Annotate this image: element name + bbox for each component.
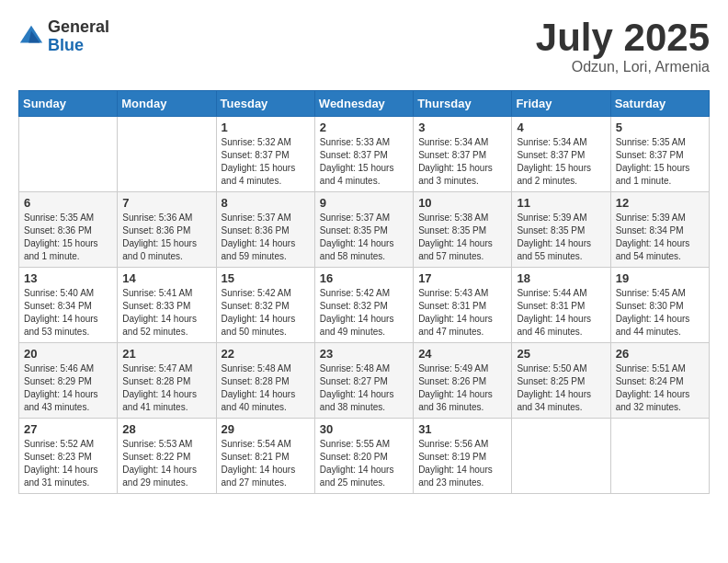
calendar-cell bbox=[610, 419, 709, 494]
day-info: Sunrise: 5:44 AMSunset: 8:31 PMDaylight:… bbox=[517, 287, 605, 339]
calendar-cell: 3Sunrise: 5:34 AMSunset: 8:37 PMDaylight… bbox=[414, 117, 512, 192]
day-number: 22 bbox=[222, 347, 310, 361]
week-row-4: 20Sunrise: 5:46 AMSunset: 8:29 PMDayligh… bbox=[19, 343, 710, 419]
day-info: Sunrise: 5:49 AMSunset: 8:26 PMDaylight:… bbox=[418, 362, 506, 414]
day-info: Sunrise: 5:56 AMSunset: 8:19 PMDaylight:… bbox=[418, 438, 506, 489]
calendar-cell: 18Sunrise: 5:44 AMSunset: 8:31 PMDayligh… bbox=[512, 268, 610, 343]
calendar-cell: 6Sunrise: 5:35 AMSunset: 8:36 PMDaylight… bbox=[19, 192, 118, 268]
calendar-cell: 2Sunrise: 5:33 AMSunset: 8:37 PMDaylight… bbox=[314, 117, 413, 192]
page-header: General Blue July 2025 Odzun, Lori, Arme… bbox=[18, 18, 710, 75]
calendar-cell: 23Sunrise: 5:48 AMSunset: 8:27 PMDayligh… bbox=[314, 343, 413, 419]
day-info: Sunrise: 5:54 AMSunset: 8:21 PMDaylight:… bbox=[222, 438, 310, 489]
calendar-cell: 16Sunrise: 5:42 AMSunset: 8:32 PMDayligh… bbox=[314, 268, 413, 343]
weekday-header-wednesday: Wednesday bbox=[314, 91, 413, 117]
day-info: Sunrise: 5:47 AMSunset: 8:28 PMDaylight:… bbox=[122, 362, 210, 414]
calendar-cell: 25Sunrise: 5:50 AMSunset: 8:25 PMDayligh… bbox=[512, 343, 610, 419]
weekday-header-friday: Friday bbox=[512, 91, 610, 117]
calendar-cell: 15Sunrise: 5:42 AMSunset: 8:32 PMDayligh… bbox=[216, 268, 314, 343]
day-number: 30 bbox=[320, 422, 408, 436]
calendar-cell bbox=[512, 419, 610, 494]
day-number: 8 bbox=[222, 196, 310, 210]
day-info: Sunrise: 5:39 AMSunset: 8:35 PMDaylight:… bbox=[517, 212, 605, 263]
calendar-cell: 27Sunrise: 5:52 AMSunset: 8:23 PMDayligh… bbox=[19, 419, 118, 494]
day-info: Sunrise: 5:36 AMSunset: 8:36 PMDaylight:… bbox=[122, 212, 210, 263]
calendar-cell: 12Sunrise: 5:39 AMSunset: 8:34 PMDayligh… bbox=[610, 192, 709, 268]
day-number: 15 bbox=[222, 271, 310, 285]
calendar-cell: 22Sunrise: 5:48 AMSunset: 8:28 PMDayligh… bbox=[216, 343, 314, 419]
day-number: 24 bbox=[418, 347, 506, 361]
day-number: 25 bbox=[517, 347, 605, 361]
calendar-cell: 24Sunrise: 5:49 AMSunset: 8:26 PMDayligh… bbox=[414, 343, 512, 419]
logo-icon bbox=[18, 24, 44, 50]
calendar-cell: 8Sunrise: 5:37 AMSunset: 8:36 PMDaylight… bbox=[216, 192, 314, 268]
day-info: Sunrise: 5:55 AMSunset: 8:20 PMDaylight:… bbox=[320, 438, 408, 489]
calendar-cell: 10Sunrise: 5:38 AMSunset: 8:35 PMDayligh… bbox=[414, 192, 512, 268]
calendar-cell bbox=[118, 117, 216, 192]
day-number: 23 bbox=[320, 347, 408, 361]
calendar-cell: 21Sunrise: 5:47 AMSunset: 8:28 PMDayligh… bbox=[118, 343, 216, 419]
day-info: Sunrise: 5:53 AMSunset: 8:22 PMDaylight:… bbox=[122, 438, 210, 489]
day-number: 3 bbox=[418, 121, 506, 134]
day-number: 4 bbox=[517, 121, 605, 134]
calendar-cell: 11Sunrise: 5:39 AMSunset: 8:35 PMDayligh… bbox=[512, 192, 610, 268]
day-info: Sunrise: 5:32 AMSunset: 8:37 PMDaylight:… bbox=[222, 136, 310, 188]
day-number: 27 bbox=[24, 422, 112, 436]
day-number: 29 bbox=[222, 422, 310, 436]
month-title: July 2025 bbox=[536, 18, 710, 57]
calendar-cell: 9Sunrise: 5:37 AMSunset: 8:35 PMDaylight… bbox=[314, 192, 413, 268]
day-info: Sunrise: 5:33 AMSunset: 8:37 PMDaylight:… bbox=[320, 136, 408, 188]
day-number: 14 bbox=[122, 271, 210, 285]
logo: General Blue bbox=[18, 18, 109, 55]
day-info: Sunrise: 5:38 AMSunset: 8:35 PMDaylight:… bbox=[418, 212, 506, 263]
day-info: Sunrise: 5:48 AMSunset: 8:28 PMDaylight:… bbox=[222, 362, 310, 414]
day-number: 20 bbox=[24, 347, 112, 361]
day-info: Sunrise: 5:34 AMSunset: 8:37 PMDaylight:… bbox=[418, 136, 506, 188]
day-info: Sunrise: 5:35 AMSunset: 8:37 PMDaylight:… bbox=[616, 136, 704, 188]
calendar-cell: 19Sunrise: 5:45 AMSunset: 8:30 PMDayligh… bbox=[610, 268, 709, 343]
calendar-cell: 14Sunrise: 5:41 AMSunset: 8:33 PMDayligh… bbox=[118, 268, 216, 343]
day-number: 26 bbox=[616, 347, 704, 361]
calendar-cell: 13Sunrise: 5:40 AMSunset: 8:34 PMDayligh… bbox=[19, 268, 118, 343]
week-row-2: 6Sunrise: 5:35 AMSunset: 8:36 PMDaylight… bbox=[19, 192, 710, 268]
calendar-cell: 29Sunrise: 5:54 AMSunset: 8:21 PMDayligh… bbox=[216, 419, 314, 494]
day-number: 19 bbox=[616, 271, 704, 285]
day-info: Sunrise: 5:41 AMSunset: 8:33 PMDaylight:… bbox=[122, 287, 210, 339]
calendar-cell: 26Sunrise: 5:51 AMSunset: 8:24 PMDayligh… bbox=[610, 343, 709, 419]
day-info: Sunrise: 5:51 AMSunset: 8:24 PMDaylight:… bbox=[616, 362, 704, 414]
weekday-header-tuesday: Tuesday bbox=[216, 91, 314, 117]
logo-text: General Blue bbox=[48, 18, 109, 55]
calendar-cell: 5Sunrise: 5:35 AMSunset: 8:37 PMDaylight… bbox=[610, 117, 709, 192]
day-number: 16 bbox=[320, 271, 408, 285]
day-number: 2 bbox=[320, 121, 408, 134]
logo-general: General bbox=[48, 18, 109, 37]
day-info: Sunrise: 5:40 AMSunset: 8:34 PMDaylight:… bbox=[24, 287, 112, 339]
week-row-5: 27Sunrise: 5:52 AMSunset: 8:23 PMDayligh… bbox=[19, 419, 710, 494]
calendar-cell: 28Sunrise: 5:53 AMSunset: 8:22 PMDayligh… bbox=[118, 419, 216, 494]
calendar-cell: 30Sunrise: 5:55 AMSunset: 8:20 PMDayligh… bbox=[314, 419, 413, 494]
day-number: 1 bbox=[222, 121, 310, 134]
day-number: 13 bbox=[24, 271, 112, 285]
weekday-header-row: SundayMondayTuesdayWednesdayThursdayFrid… bbox=[19, 91, 710, 117]
day-info: Sunrise: 5:42 AMSunset: 8:32 PMDaylight:… bbox=[320, 287, 408, 339]
logo-blue: Blue bbox=[48, 37, 109, 55]
week-row-1: 1Sunrise: 5:32 AMSunset: 8:37 PMDaylight… bbox=[19, 117, 710, 192]
day-number: 6 bbox=[24, 196, 112, 210]
day-info: Sunrise: 5:43 AMSunset: 8:31 PMDaylight:… bbox=[418, 287, 506, 339]
day-number: 21 bbox=[122, 347, 210, 361]
day-info: Sunrise: 5:48 AMSunset: 8:27 PMDaylight:… bbox=[320, 362, 408, 414]
calendar-cell: 31Sunrise: 5:56 AMSunset: 8:19 PMDayligh… bbox=[414, 419, 512, 494]
day-number: 17 bbox=[418, 271, 506, 285]
day-number: 31 bbox=[418, 422, 506, 436]
day-number: 7 bbox=[122, 196, 210, 210]
day-info: Sunrise: 5:37 AMSunset: 8:35 PMDaylight:… bbox=[320, 212, 408, 263]
day-number: 28 bbox=[122, 422, 210, 436]
day-info: Sunrise: 5:45 AMSunset: 8:30 PMDaylight:… bbox=[616, 287, 704, 339]
day-number: 10 bbox=[418, 196, 506, 210]
day-info: Sunrise: 5:42 AMSunset: 8:32 PMDaylight:… bbox=[222, 287, 310, 339]
day-info: Sunrise: 5:52 AMSunset: 8:23 PMDaylight:… bbox=[24, 438, 112, 489]
day-number: 9 bbox=[320, 196, 408, 210]
day-info: Sunrise: 5:34 AMSunset: 8:37 PMDaylight:… bbox=[517, 136, 605, 188]
day-info: Sunrise: 5:39 AMSunset: 8:34 PMDaylight:… bbox=[616, 212, 704, 263]
week-row-3: 13Sunrise: 5:40 AMSunset: 8:34 PMDayligh… bbox=[19, 268, 710, 343]
day-number: 11 bbox=[517, 196, 605, 210]
